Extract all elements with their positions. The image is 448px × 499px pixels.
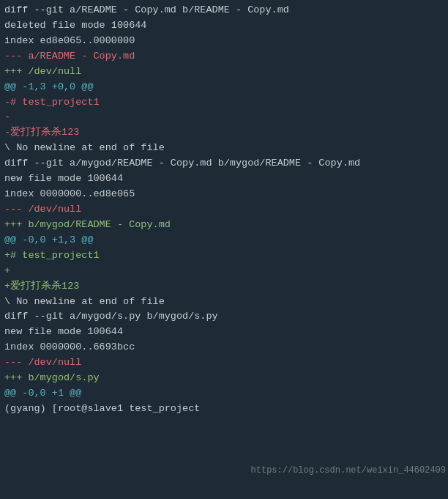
terminal-line: +++ /dev/null: [4, 64, 444, 80]
terminal: diff --git a/README - Copy.md b/README -…: [0, 0, 448, 499]
terminal-line: -: [4, 110, 444, 125]
terminal-line: \ No newline at end of file: [4, 141, 444, 156]
terminal-line: --- a/README - Copy.md: [4, 49, 444, 64]
terminal-line: (gyang) [root@slave1 test_project: [4, 402, 444, 417]
terminal-line: deleted file mode 100644: [4, 18, 444, 34]
terminal-line: +: [4, 264, 444, 279]
terminal-line: new file mode 100644: [4, 325, 444, 340]
terminal-line: @@ -0,0 +1 @@: [4, 386, 444, 402]
terminal-line: diff --git a/README - Copy.md b/README -…: [4, 3, 444, 18]
terminal-line: index 0000000..6693bcc: [4, 340, 444, 355]
terminal-line: +# test_project1: [4, 248, 444, 264]
terminal-line: -爱打打杀杀123: [4, 125, 444, 141]
terminal-line: +++ b/mygod/s.py: [4, 371, 444, 386]
terminal-line: +++ b/mygod/README - Copy.md: [4, 218, 444, 233]
terminal-line: @@ -0,0 +1,3 @@: [4, 233, 444, 248]
terminal-line: diff --git a/mygod/README - Copy.md b/my…: [4, 156, 444, 171]
terminal-line: new file mode 100644: [4, 171, 444, 187]
terminal-line: +爱打打杀杀123: [4, 279, 444, 295]
terminal-line: @@ -1,3 +0,0 @@: [4, 80, 444, 95]
terminal-line: \ No newline at end of file: [4, 295, 444, 310]
terminal-line: diff --git a/mygod/s.py b/mygod/s.py: [4, 309, 444, 325]
terminal-line: -# test_project1: [4, 95, 444, 111]
terminal-line: index 0000000..ed8e065: [4, 187, 444, 202]
terminal-line: index ed8e065..0000000: [4, 34, 444, 49]
terminal-line: --- /dev/null: [4, 355, 444, 371]
watermark: https://blog.csdn.net/weixin_44602409: [249, 463, 448, 478]
terminal-line: --- /dev/null: [4, 202, 444, 218]
